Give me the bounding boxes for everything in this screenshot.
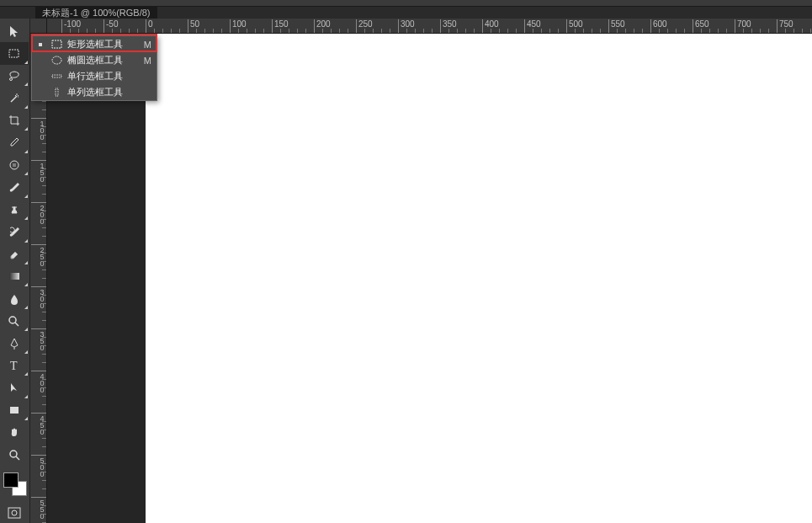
flyout-item-ellipse-marquee[interactable]: 椭圆选框工具M <box>32 52 157 68</box>
svg-point-10 <box>12 510 17 515</box>
ruler-tick: 250 <box>31 244 46 266</box>
flyout-label: 单列选框工具 <box>67 86 135 99</box>
ellipse-marquee-icon <box>50 55 62 67</box>
brush-tool[interactable] <box>0 176 29 198</box>
svg-rect-4 <box>9 273 19 280</box>
type-tool[interactable]: T <box>0 355 29 376</box>
fg-color-swatch[interactable] <box>3 472 19 488</box>
svg-rect-7 <box>10 407 19 414</box>
clone-stamp-tool[interactable] <box>0 199 29 221</box>
flyout-item-rect-marquee[interactable]: 矩形选框工具M <box>32 36 157 52</box>
magic-wand-tool[interactable] <box>0 87 29 109</box>
svg-point-5 <box>9 317 16 323</box>
ruler-vertical[interactable]: 050100150200250300350400450500550 <box>30 34 47 523</box>
ruler-tick: 50 <box>188 19 199 33</box>
gradient-tool[interactable] <box>0 265 29 287</box>
flyout-label: 矩形选框工具 <box>67 38 135 51</box>
eyedropper-tool[interactable] <box>0 131 29 153</box>
ruler-tick: 500 <box>31 455 46 477</box>
titlebar <box>0 0 812 7</box>
pen-tool[interactable] <box>0 332 29 354</box>
ruler-tick: 450 <box>31 413 46 435</box>
flyout-shortcut: M <box>140 56 151 66</box>
ruler-tick: 400 <box>31 371 46 392</box>
lasso-tool[interactable] <box>0 65 29 87</box>
svg-rect-3 <box>13 163 16 167</box>
svg-point-2 <box>10 161 19 169</box>
row-marquee-icon <box>50 71 62 83</box>
svg-text:T: T <box>10 360 18 372</box>
ruler-tick: 300 <box>31 286 46 308</box>
toolbox: T <box>0 19 30 523</box>
path-select-tool[interactable] <box>0 376 29 398</box>
flyout-item-row-marquee[interactable]: 单行选框工具 <box>32 68 157 84</box>
svg-point-1 <box>10 78 13 81</box>
history-brush-tool[interactable] <box>0 221 29 243</box>
eraser-tool[interactable] <box>0 243 29 265</box>
flyout-shortcut: M <box>140 40 151 50</box>
document-tab[interactable]: 未标题-1 @ 100%(RGB/8) <box>35 7 157 19</box>
dodge-tool[interactable] <box>0 310 29 332</box>
marquee-tool-flyout: 矩形选框工具M椭圆选框工具M单行选框工具单列选框工具 <box>31 35 157 101</box>
svg-rect-0 <box>9 50 19 57</box>
ruler-tick: 350 <box>31 328 46 350</box>
ruler-horizontal[interactable]: -100-50050100150200250300350400450500550… <box>47 19 812 34</box>
ruler-tick: 0 <box>146 19 153 33</box>
ruler-corner <box>30 19 47 34</box>
rectangle-shape-tool[interactable] <box>0 399 29 421</box>
svg-rect-14 <box>56 88 58 96</box>
svg-rect-9 <box>8 508 20 518</box>
marquee-tool[interactable] <box>0 42 29 64</box>
col-marquee-icon <box>50 87 62 99</box>
ruler-tick: 150 <box>31 160 46 182</box>
ruler-tick: 200 <box>31 202 46 224</box>
svg-rect-11 <box>52 40 61 48</box>
crop-tool[interactable] <box>0 109 29 131</box>
flyout-item-col-marquee[interactable]: 单列选框工具 <box>32 84 157 100</box>
flyout-label: 椭圆选框工具 <box>67 54 135 67</box>
flyout-label: 单行选框工具 <box>67 70 135 83</box>
color-swatches[interactable] <box>3 472 27 496</box>
svg-point-8 <box>10 451 17 457</box>
healing-brush-tool[interactable] <box>0 154 29 176</box>
canvas-area <box>47 34 812 523</box>
hand-tool[interactable] <box>0 421 29 443</box>
rect-marquee-icon <box>50 39 62 51</box>
move-tool[interactable] <box>0 20 29 42</box>
svg-point-12 <box>52 56 61 64</box>
quick-mask-toggle[interactable] <box>0 503 29 523</box>
ruler-tick: 550 <box>31 497 46 519</box>
blur-tool[interactable] <box>0 287 29 309</box>
ruler-tick: 100 <box>31 118 46 140</box>
svg-rect-13 <box>52 75 61 77</box>
ruler-tick: -50 <box>103 19 118 33</box>
zoom-tool[interactable] <box>0 444 29 466</box>
canvas[interactable] <box>146 34 812 523</box>
